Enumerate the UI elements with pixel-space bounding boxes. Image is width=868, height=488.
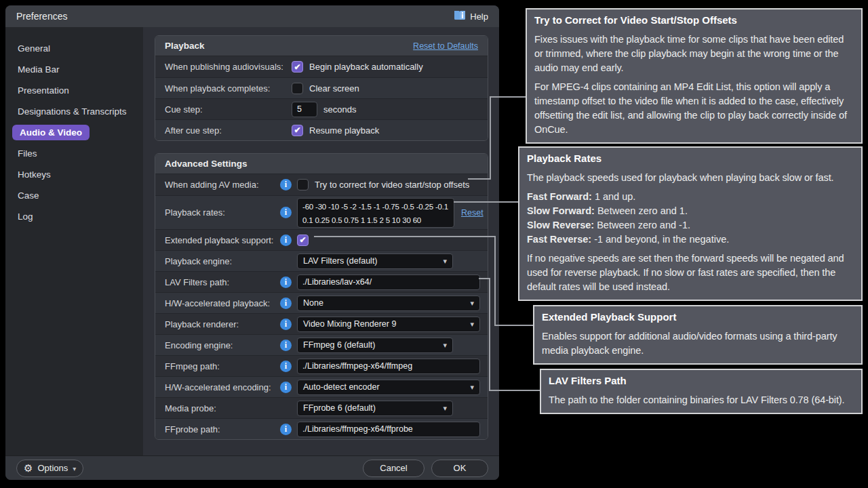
info-icon[interactable]: [280, 382, 292, 393]
row-label: After cue step:: [165, 125, 292, 136]
info-icon[interactable]: [280, 277, 292, 288]
settings-content: Playback Reset to Defaults When publishi…: [143, 27, 499, 455]
checkbox-label: Try to correct for video start/stop offs…: [315, 180, 469, 190]
dialog-body: General Media Bar Presentation Designati…: [5, 27, 499, 455]
begin-playback-checkbox[interactable]: [292, 61, 303, 73]
playback-panel: Playback Reset to Defaults When publishi…: [155, 35, 488, 141]
sidebar-item-presentation[interactable]: Presentation: [5, 80, 143, 101]
info-icon[interactable]: [280, 298, 292, 309]
sidebar-item-log[interactable]: Log: [5, 206, 143, 227]
sidebar-item-general[interactable]: General: [5, 38, 143, 59]
advanced-panel-header: Advanced Settings: [155, 154, 488, 174]
extended-playback-checkbox[interactable]: [297, 235, 309, 246]
info-icon[interactable]: [280, 319, 292, 330]
info-icon[interactable]: [280, 361, 292, 372]
row-cue-step: Cue step: seconds: [155, 98, 488, 119]
playback-renderer-select[interactable]: Video Mixing Renderer 9: [297, 317, 480, 332]
callout-title: Try to Correct for Video Start/Stop Offs…: [534, 13, 854, 28]
row-label: When playback completes:: [165, 83, 292, 94]
info-icon[interactable]: [280, 424, 292, 435]
sidebar-item-audio-video[interactable]: Audio & Video: [5, 122, 143, 143]
advanced-panel-title: Advanced Settings: [165, 159, 248, 169]
row-adding-av-media: When adding AV media: Try to correct for…: [155, 174, 488, 195]
row-encoding-engine: Encoding engine: FFmpeg 6 (default): [155, 334, 488, 355]
reset-rates-link[interactable]: Reset: [461, 208, 484, 218]
playback-panel-title: Playback: [165, 41, 205, 51]
ffmpeg-path-input[interactable]: [297, 359, 480, 374]
sidebar-item-hotkeys[interactable]: Hotkeys: [5, 164, 143, 185]
row-ffmpeg-path: FFmpeg path:: [155, 355, 488, 376]
playback-panel-header: Playback Reset to Defaults: [155, 36, 488, 56]
connector-line-extended: [314, 236, 496, 237]
chevron-down-icon: [73, 463, 76, 473]
callout-title: Extended Playback Support: [542, 310, 854, 325]
info-icon[interactable]: [280, 207, 292, 218]
connector-line-extended: [494, 236, 496, 326]
advanced-settings-panel: Advanced Settings When adding AV media: …: [155, 153, 488, 440]
sidebar: General Media Bar Presentation Designati…: [5, 27, 143, 455]
playback-rates-input[interactable]: -60 -30 -10 -5 -2 -1.5 -1 -0.75 -0.5 -0.…: [297, 198, 454, 228]
connector-line-offsets: [490, 96, 491, 180]
row-label: LAV Filters path:: [165, 277, 280, 287]
sidebar-item-media-bar[interactable]: Media Bar: [5, 59, 143, 80]
clear-screen-checkbox[interactable]: [292, 83, 303, 94]
playback-engine-select[interactable]: LAV Filters (default): [297, 253, 453, 269]
callout-paragraph: The playback speeds used for playback wh…: [527, 171, 854, 185]
row-label: Extended playback support:: [165, 235, 280, 245]
callout-paragraph: For MPEG-4 clips containing an MP4 Edit …: [534, 80, 854, 137]
help-button[interactable]: Help: [454, 10, 488, 22]
info-icon[interactable]: [280, 235, 292, 246]
screen: Preferences Help General Media Bar P: [0, 0, 868, 488]
row-hw-accelerated-playback: H/W-accelerated playback: None: [155, 292, 488, 313]
ok-button[interactable]: OK: [431, 460, 488, 477]
ffprobe-path-input[interactable]: [297, 422, 480, 437]
row-label: Playback renderer:: [165, 319, 280, 329]
row-playback-engine: Playback engine: LAV Filters (default): [155, 250, 488, 271]
preferences-dialog: Preferences Help General Media Bar P: [5, 5, 499, 480]
callout-definition: Fast Reverse: -1 and beyond, in the nega…: [527, 232, 854, 247]
row-media-probe: Media probe: FFprobe 6 (default): [155, 397, 488, 418]
row-label: FFprobe path:: [165, 424, 280, 434]
row-label: Encoding engine:: [165, 340, 280, 350]
resume-playback-checkbox[interactable]: [292, 125, 303, 136]
row-label: H/W-accelerated playback:: [165, 298, 280, 308]
hw-playback-select[interactable]: None: [297, 296, 480, 311]
row-label: Playback engine:: [165, 256, 280, 266]
video-offsets-checkbox[interactable]: [297, 179, 309, 190]
sidebar-item-case[interactable]: Case: [5, 185, 143, 206]
cue-step-input[interactable]: [292, 102, 317, 117]
cancel-button[interactable]: Cancel: [363, 460, 425, 477]
connector-line-rates: [454, 201, 518, 203]
lav-filters-path-input[interactable]: [297, 274, 480, 290]
sidebar-item-designations-transcripts[interactable]: Designations & Transcripts: [5, 101, 143, 122]
hw-encoding-select[interactable]: Auto-detect encoder: [297, 380, 480, 395]
row-ffprobe-path: FFprobe path:: [155, 418, 488, 439]
media-probe-select[interactable]: FFprobe 6 (default): [297, 401, 453, 416]
row-label: FFmpeg path:: [165, 361, 280, 371]
options-button[interactable]: Options: [16, 460, 83, 477]
row-extended-playback-support: Extended playback support:: [155, 229, 488, 250]
row-hw-accelerated-encoding: H/W-accelerated encoding: Auto-detect en…: [155, 376, 488, 397]
options-label: Options: [37, 463, 68, 473]
connector-line-lav-path: [489, 278, 490, 391]
sidebar-item-files[interactable]: Files: [5, 143, 143, 164]
row-label: When adding AV media:: [165, 180, 280, 190]
callout-video-offsets: Try to Correct for Video Start/Stop Offs…: [526, 8, 863, 144]
row-label: Playback rates:: [165, 207, 280, 218]
info-icon[interactable]: [280, 340, 292, 351]
info-icon[interactable]: [280, 179, 292, 190]
callout-title: Playback Rates: [527, 151, 854, 166]
dialog-footer: Options Cancel OK: [5, 455, 499, 480]
row-after-cue-step: After cue step: Resume playback: [155, 119, 488, 140]
callout-definition: Slow Reverse: Between zero and -1.: [527, 218, 854, 232]
reset-to-defaults-link[interactable]: Reset to Defaults: [413, 41, 478, 51]
row-playback-renderer: Playback renderer: Video Mixing Renderer…: [155, 313, 488, 334]
callout-paragraph: The path to the folder containing binari…: [549, 393, 854, 407]
callout-definition: Fast Forward: 1 and up.: [527, 190, 854, 204]
checkbox-label: Clear screen: [309, 83, 359, 94]
connector-line-lav-path: [489, 390, 540, 391]
callout-paragraph: Enables support for additional audio/vid…: [542, 329, 854, 358]
row-playback-completes: When playback completes: Clear screen: [155, 77, 488, 98]
checkbox-label: Resume playback: [309, 125, 379, 136]
encoding-engine-select[interactable]: FFmpeg 6 (default): [297, 338, 453, 353]
